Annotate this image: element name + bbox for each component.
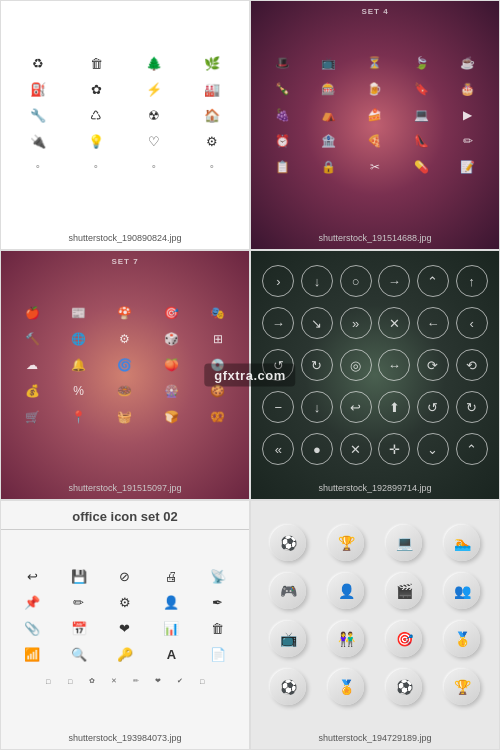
apple-icon: 🍎 xyxy=(22,303,42,323)
mini-icon: ✿ xyxy=(82,671,102,691)
arr-l2-icon: ‹ xyxy=(456,307,488,339)
award-icon: 🥇 xyxy=(444,621,480,657)
tv-icon: 📺 xyxy=(319,53,339,73)
contact-icon: 👤 xyxy=(161,592,181,612)
circle-row: ⚽ 🏆 💻 🏊 xyxy=(259,522,491,564)
radiation-icon: ☢ xyxy=(144,105,164,125)
up3-icon: ⌃ xyxy=(456,433,488,465)
trophy-icon: 🏆 xyxy=(328,525,364,561)
cell-filename-3: shutterstock_191515097.jpg xyxy=(1,483,249,493)
recycled-icon: ♺ xyxy=(86,105,106,125)
pencil-icon: ✏ xyxy=(69,592,89,612)
tv2-icon: 📺 xyxy=(270,621,306,657)
ball2-icon: ⚽ xyxy=(386,669,422,705)
icon-row: ⚬ ⚬ ⚬ ⚬ xyxy=(9,157,241,177)
undo-icon: ↩ xyxy=(22,566,42,586)
print-icon: 🖨 xyxy=(161,566,181,586)
circle-icon: ○ xyxy=(340,265,372,297)
arrow-row: › ↓ ○ → ⌃ ↑ xyxy=(259,263,491,299)
icon-row: ♻ 🗑 🌲 🌿 xyxy=(9,53,241,73)
arr-dl-icon: ↘ xyxy=(301,307,333,339)
small-icon: ⚬ xyxy=(202,157,222,177)
spiral-icon: 🌀 xyxy=(115,355,135,375)
oil-icon: ⛽ xyxy=(28,79,48,99)
arrow-right-icon: › xyxy=(262,265,294,297)
arrow-up2-icon: ↑ xyxy=(456,265,488,297)
lock-icon: 🔒 xyxy=(319,157,339,177)
search-icon: 🔍 xyxy=(69,644,89,664)
grid-icon: ⊞ xyxy=(208,329,228,349)
down2-icon: ↓ xyxy=(301,391,333,423)
group-icon: 👫 xyxy=(328,621,364,657)
arrow-row: « ● ✕ ✛ ⌄ ⌃ xyxy=(259,431,491,467)
wifi-icon: 📶 xyxy=(22,644,42,664)
pizza-icon: 🍕 xyxy=(365,131,385,151)
terminal-icon: ▶ xyxy=(458,105,478,125)
cloud-icon: ☁ xyxy=(22,355,42,375)
reload-icon: ↺ xyxy=(417,391,449,423)
arr-r-icon: → xyxy=(262,307,294,339)
heart-icon: ♡ xyxy=(144,131,164,151)
peach-icon: 🍑 xyxy=(161,355,181,375)
up-thick-icon: ⬆ xyxy=(378,391,410,423)
cup-icon: ☕ xyxy=(458,53,478,73)
cake-icon: 🎂 xyxy=(458,79,478,99)
watermark: gfxtra.com xyxy=(204,364,295,387)
heart2-icon: ❤ xyxy=(115,618,135,638)
small-icon: ⚬ xyxy=(28,157,48,177)
icon-row: ⏰ 🏦 🍕 👠 ✏ xyxy=(259,131,491,151)
plug-icon: 🔌 xyxy=(28,131,48,151)
monitor-icon: 💻 xyxy=(386,525,422,561)
bookmark-icon: 🔖 xyxy=(411,79,431,99)
wheel-icon: 🎡 xyxy=(161,381,181,401)
bank-icon: 🏦 xyxy=(319,131,339,151)
tree-icon: 🌲 xyxy=(144,53,164,73)
clock-icon: ⏰ xyxy=(272,131,292,151)
mini-icon: □ xyxy=(38,671,58,691)
spiral2-icon: ◎ xyxy=(340,349,372,381)
icon-row: 🎩 📺 ⏳ 🍃 ☕ xyxy=(259,53,491,73)
icon-row: 🔧 ♺ ☢ 🏠 xyxy=(9,105,241,125)
mini-icon: □ xyxy=(192,671,212,691)
save-icon: 💾 xyxy=(69,566,89,586)
settings-icon: ⚙ xyxy=(115,329,135,349)
cell-shutterstock-1: ♻ 🗑 🌲 🌿 ⛽ ✿ ⚡ 🏭 🔧 ♺ ☢ 🏠 🔌 💡 ♡ xyxy=(0,0,250,250)
cell-shutterstock-2: SET 4 🎩 📺 ⏳ 🍃 ☕ 🍾 🎰 🍺 🔖 🎂 🍇 ⛺ 🍰 💻 xyxy=(250,0,500,250)
mask-icon: 🎭 xyxy=(208,303,228,323)
person-icon: 👤 xyxy=(328,573,364,609)
chart-icon: 📊 xyxy=(161,618,181,638)
icon-row: 🍇 ⛺ 🍰 💻 ▶ xyxy=(259,105,491,125)
scissors-icon: ✂ xyxy=(365,157,385,177)
money-icon: 💰 xyxy=(22,381,42,401)
ll-icon: « xyxy=(262,433,294,465)
icon-row: 🍎 📰 🍄 🎯 🎭 xyxy=(9,303,241,323)
icon-row: 🔨 🌐 ⚙ 🎲 ⊞ xyxy=(9,329,241,349)
pretzel-icon: 🥨 xyxy=(208,407,228,427)
arrow-row: → ↘ » ✕ ← ‹ xyxy=(259,305,491,341)
shoe-icon: 👠 xyxy=(411,131,431,151)
mini-icon: ❤ xyxy=(148,671,168,691)
beer-icon: 🍺 xyxy=(365,79,385,99)
rss-icon: 📡 xyxy=(208,566,228,586)
small-icon: ⚬ xyxy=(144,157,164,177)
small-icon: ⚬ xyxy=(86,157,106,177)
key-icon: 🔑 xyxy=(115,644,135,664)
mini-icon: ✕ xyxy=(104,671,124,691)
target2-icon: 🎯 xyxy=(386,621,422,657)
film-icon: 🎬 xyxy=(386,573,422,609)
donut-icon: 🍩 xyxy=(115,381,135,401)
pipe-icon: 🔧 xyxy=(28,105,48,125)
cell-filename-1: shutterstock_190890824.jpg xyxy=(1,233,249,243)
arrow-right2-icon: → xyxy=(378,265,410,297)
block-icon: ⊘ xyxy=(115,566,135,586)
trash2-icon: 🗑 xyxy=(208,618,228,638)
icon-row: 📌 ✏ ⚙ 👤 ✒ xyxy=(9,592,241,612)
trophy2-icon: 🏆 xyxy=(444,669,480,705)
people-icon: 👥 xyxy=(444,573,480,609)
back-icon: ↩ xyxy=(340,391,372,423)
newspaper-icon: 📰 xyxy=(69,303,89,323)
dot-icon: ● xyxy=(301,433,333,465)
lr-arrow-icon: ↔ xyxy=(378,349,410,381)
icon-row: 🛒 📍 🧺 🍞 🥨 xyxy=(9,407,241,427)
icon-area-6: ⚽ 🏆 💻 🏊 🎮 👤 🎬 👥 📺 👫 🎯 🥇 ⚽ 🏅 ⚽ xyxy=(259,509,491,721)
